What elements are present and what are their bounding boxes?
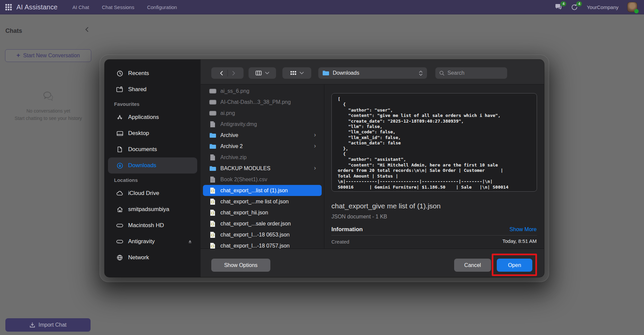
file-row[interactable]: Archive.zip bbox=[203, 152, 322, 163]
file-name: chat_export_l...-18 0757.json bbox=[220, 243, 289, 249]
folder-icon bbox=[209, 166, 216, 171]
messages-icon[interactable]: 4 bbox=[555, 4, 562, 10]
file-row[interactable]: Antigravity.dmg bbox=[203, 119, 322, 130]
location-label: Downloads bbox=[333, 70, 359, 76]
import-chat-button[interactable]: Import Chat bbox=[5, 318, 91, 332]
apps-grid-icon[interactable] bbox=[5, 4, 12, 10]
file-name: BACKUP MODULES bbox=[220, 165, 270, 172]
json-file-icon: {} bbox=[209, 243, 216, 249]
user-avatar[interactable] bbox=[627, 2, 637, 12]
folder-icon bbox=[209, 144, 216, 149]
search-icon bbox=[439, 70, 445, 76]
cloud-icon bbox=[116, 190, 124, 196]
spreadsheet-file-icon bbox=[209, 176, 216, 183]
file-name: chat_export_...me list of.json bbox=[220, 199, 289, 205]
top-navbar: AI Assistance AI Chat Chat Sessions Conf… bbox=[0, 0, 644, 14]
file-list: ai_ss_6.png AI-Chat-Dash...3_38_PM.png a… bbox=[201, 84, 324, 249]
shared-folder-icon bbox=[116, 86, 124, 93]
dialog-sidebar: Recents Shared Favourites Applications D… bbox=[105, 60, 201, 277]
folder-icon bbox=[209, 133, 216, 138]
columns-view-icon bbox=[255, 70, 262, 76]
file-row[interactable]: BACKUP MODULES › bbox=[203, 163, 322, 174]
search-field[interactable] bbox=[435, 67, 507, 79]
group-by-button[interactable] bbox=[282, 67, 311, 79]
preview-pane: [ { "author": "user", "content": "give m… bbox=[325, 84, 544, 249]
file-row[interactable]: ai.png bbox=[203, 108, 322, 119]
chats-panel-title: Chats bbox=[5, 27, 22, 35]
sidebar-item-macintosh-hd[interactable]: Macintosh HD bbox=[108, 217, 197, 233]
activity-history-icon[interactable]: 4 bbox=[571, 4, 578, 11]
history-nav-buttons bbox=[211, 67, 244, 79]
sidebar-item-recents[interactable]: Recents bbox=[108, 65, 197, 81]
back-button[interactable] bbox=[219, 70, 224, 76]
show-more-link[interactable]: Show More bbox=[509, 226, 537, 232]
updown-chevrons-icon bbox=[419, 70, 423, 76]
svg-text:{}: {} bbox=[211, 211, 215, 215]
sidebar-item-label: Desktop bbox=[128, 130, 149, 137]
cancel-button[interactable]: Cancel bbox=[454, 259, 491, 272]
sidebar-item-applications[interactable]: Applications bbox=[108, 109, 197, 125]
sidebar-item-label: Applications bbox=[128, 114, 159, 121]
search-input[interactable] bbox=[447, 70, 498, 76]
generic-file-icon bbox=[209, 154, 216, 161]
sidebar-item-home[interactable]: smitpadsumbiya bbox=[108, 201, 197, 217]
nav-links: AI Chat Chat Sessions Configuration bbox=[72, 4, 177, 10]
nav-item-chat-sessions[interactable]: Chat Sessions bbox=[102, 4, 135, 10]
dialog-toolbar: Downloads bbox=[201, 60, 544, 84]
appstore-icon bbox=[116, 114, 124, 121]
file-name: Archive bbox=[220, 132, 238, 138]
nav-item-ai-chat[interactable]: AI Chat bbox=[72, 4, 89, 10]
generic-file-icon bbox=[209, 121, 216, 128]
location-dropdown[interactable]: Downloads bbox=[318, 67, 427, 79]
forward-button[interactable] bbox=[231, 70, 236, 76]
internal-drive-icon bbox=[116, 222, 124, 228]
download-icon bbox=[30, 322, 35, 328]
file-row[interactable]: {} chat_export_...sale order.json bbox=[203, 218, 322, 229]
file-name: chat_export_hii.json bbox=[220, 210, 268, 216]
sidebar-item-documents[interactable]: Documents bbox=[108, 141, 197, 157]
sidebar-section-locations: Locations bbox=[105, 174, 201, 185]
file-open-dialog: Recents Shared Favourites Applications D… bbox=[105, 60, 544, 277]
sidebar-section-favourites: Favourites bbox=[105, 97, 201, 109]
view-mode-button[interactable] bbox=[249, 67, 276, 79]
show-options-button[interactable]: Show Options bbox=[211, 259, 270, 272]
sidebar-item-downloads[interactable]: Downloads bbox=[108, 157, 197, 174]
file-row[interactable]: ai_ss_6.png bbox=[203, 85, 322, 96]
start-new-conversation-button[interactable]: + Start New Conversation bbox=[5, 49, 91, 62]
sidebar-item-antigravity[interactable]: Antigravity bbox=[108, 233, 197, 250]
empty-state-title: No conversations yet bbox=[0, 108, 97, 114]
dialog-main: Downloads ai_ss_6.png AI-Chat-Dash...3_3… bbox=[201, 60, 544, 277]
sidebar-item-desktop[interactable]: Desktop bbox=[108, 125, 197, 141]
import-chat-label: Import Chat bbox=[39, 322, 67, 328]
sidebar-item-network[interactable]: Network bbox=[108, 250, 197, 266]
chevron-right-icon: › bbox=[314, 143, 316, 149]
navbar-right: 4 4 YourCompany bbox=[555, 2, 644, 12]
sidebar-item-label: Macintosh HD bbox=[128, 222, 164, 229]
open-button[interactable]: Open bbox=[497, 259, 532, 272]
sidebar-item-icloud[interactable]: iCloud Drive bbox=[108, 185, 197, 201]
app-brand[interactable]: AI Assistance bbox=[16, 3, 58, 11]
file-name: chat_export_l...-18 0653.json bbox=[220, 232, 289, 238]
eject-icon[interactable] bbox=[187, 239, 193, 244]
file-content-preview: [ { "author": "user", "content": "give m… bbox=[331, 93, 537, 192]
desktop-icon bbox=[116, 130, 124, 137]
file-row[interactable]: Archive › bbox=[203, 130, 322, 141]
file-row[interactable]: {} chat_export_hii.json bbox=[203, 207, 322, 218]
file-row[interactable]: Archive 2 › bbox=[203, 141, 322, 152]
file-name: Book 2(Sheet1).csv bbox=[220, 177, 267, 183]
file-row[interactable]: {} chat_export_l...-18 0757.json bbox=[203, 240, 322, 249]
chat-bubbles-icon bbox=[42, 91, 55, 102]
json-file-icon: {} bbox=[209, 220, 216, 227]
file-row[interactable]: AI-Chat-Dash...3_38_PM.png bbox=[203, 96, 322, 108]
file-name: Archive 2 bbox=[220, 143, 243, 149]
file-row[interactable]: {} chat_export_...me list of.json bbox=[203, 196, 322, 207]
file-row[interactable]: {} chat_export_l...-18 0653.json bbox=[203, 229, 322, 240]
file-row[interactable]: Book 2(Sheet1).csv bbox=[203, 174, 322, 185]
sidebar-item-label: Documents bbox=[128, 146, 157, 153]
nav-item-configuration[interactable]: Configuration bbox=[147, 4, 177, 10]
collapse-sidebar-icon[interactable] bbox=[85, 27, 89, 32]
sidebar-item-shared[interactable]: Shared bbox=[108, 81, 197, 97]
sidebar-item-label: Downloads bbox=[128, 162, 156, 169]
file-row-selected[interactable]: {} chat_export_...list of (1).json bbox=[203, 185, 322, 196]
company-name[interactable]: YourCompany bbox=[587, 4, 619, 10]
